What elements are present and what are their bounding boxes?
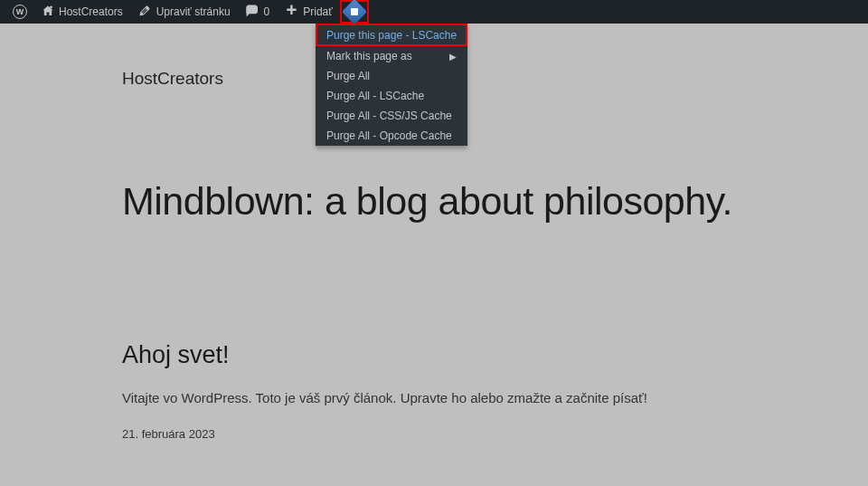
wp-logo-menu[interactable]: [5, 0, 34, 24]
edit-page-label: Upraviť stránku: [156, 5, 231, 18]
wp-admin-bar: HostCreators Upraviť stránku 0 Pridať: [0, 0, 868, 24]
dropdown-item-label: Purge All - LSCache: [326, 90, 424, 102]
comments-count: 0: [264, 5, 270, 18]
lscache-icon: [342, 0, 367, 24]
dropdown-item-mark-page[interactable]: Mark this page as ▶: [316, 46, 467, 66]
chevron-right-icon: ▶: [449, 52, 457, 62]
edit-page-menu[interactable]: Upraviť stránku: [130, 0, 238, 24]
site-name-menu[interactable]: HostCreators: [34, 0, 130, 24]
post-date: 21. februára 2023: [122, 427, 746, 441]
site-name-label: HostCreators: [59, 5, 123, 18]
dropdown-item-purge-all-lscache[interactable]: Purge All - LSCache: [316, 86, 467, 106]
dropdown-item-purge-opcode[interactable]: Purge All - Opcode Cache: [316, 126, 467, 146]
post-excerpt: Vitajte vo WordPress. Toto je váš prvý č…: [122, 387, 746, 409]
dropdown-item-purge-all[interactable]: Purge All: [316, 66, 467, 86]
main-heading: Mindblown: a blog about philosophy.: [122, 179, 746, 224]
wordpress-logo-icon: [13, 5, 27, 19]
dropdown-item-label: Purge this page - LSCache: [326, 29, 457, 42]
edit-icon: [137, 4, 152, 21]
dropdown-item-label: Purge All - Opcode Cache: [326, 129, 452, 142]
add-new-label: Pridať: [303, 5, 333, 18]
dropdown-item-purge-this-page[interactable]: Purge this page - LSCache: [316, 24, 467, 46]
add-new-menu[interactable]: Pridať: [277, 0, 340, 24]
home-icon: [42, 5, 54, 20]
lscache-dropdown: Purge this page - LSCache Mark this page…: [316, 24, 467, 146]
comment-icon: [245, 4, 259, 21]
svg-point-0: [50, 5, 52, 8]
plus-icon: [284, 4, 298, 21]
dropdown-item-label: Purge All - CSS/JS Cache: [326, 110, 452, 122]
dropdown-item-purge-css-js[interactable]: Purge All - CSS/JS Cache: [316, 106, 467, 126]
lscache-menu[interactable]: [340, 0, 369, 24]
dropdown-item-label: Purge All: [326, 70, 370, 82]
comments-menu[interactable]: 0: [238, 0, 278, 24]
post-title[interactable]: Ahoj svet!: [122, 341, 746, 369]
dropdown-item-label: Mark this page as: [326, 50, 412, 62]
